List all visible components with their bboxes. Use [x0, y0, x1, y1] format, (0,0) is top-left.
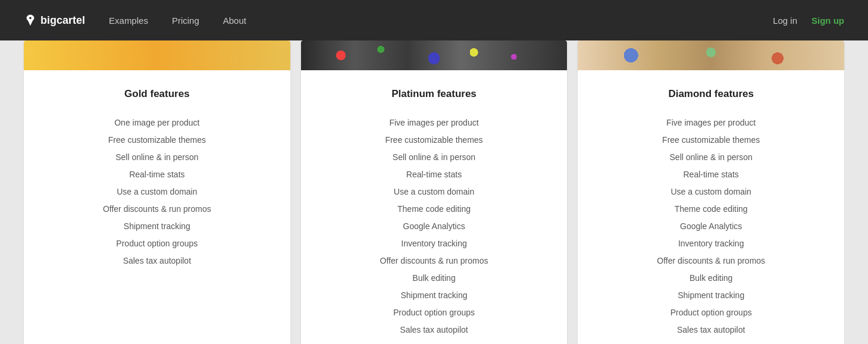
list-item: Offer discounts & run promos [36, 201, 278, 218]
diamond-image-strip [578, 40, 844, 70]
nav-right: Log in Sign up [773, 15, 844, 26]
list-item: Real-time stats [590, 166, 832, 183]
list-item: Offer discounts & run promos [590, 252, 832, 270]
logo-icon [24, 14, 37, 27]
list-item: Sales tax autopilot [313, 321, 556, 339]
diamond-plan-title: Diamond features [668, 88, 754, 100]
list-item: Inventory tracking [313, 235, 556, 252]
list-item: Bulk editing [590, 270, 832, 287]
logo-text: bigcartel [40, 14, 85, 27]
list-item: Shipment tracking [313, 287, 556, 304]
platinum-image-strip [301, 40, 568, 70]
plans-container: Gold features One image per product Free… [24, 40, 844, 344]
signup-link[interactable]: Sign up [811, 15, 844, 26]
gold-image-strip [24, 40, 290, 70]
nav-about[interactable]: About [223, 15, 246, 26]
list-item: Shipment tracking [590, 287, 832, 304]
list-item: Real-time stats [313, 166, 556, 183]
nav-links: Examples Pricing About [109, 15, 773, 26]
diamond-plan-card: Diamond features Five images per product… [578, 40, 844, 344]
list-item: Product option groups [36, 235, 278, 252]
list-item: Product option groups [313, 304, 556, 321]
diamond-feature-list: Five images per product Free customizabl… [590, 114, 832, 339]
gold-plan-card: Gold features One image per product Free… [24, 40, 290, 344]
platinum-plan-title: Platinum features [391, 88, 477, 100]
list-item: Free customizable themes [313, 132, 556, 149]
list-item: Bulk editing [313, 270, 556, 287]
list-item: One image per product [36, 114, 278, 132]
list-item: Use a custom domain [36, 183, 278, 201]
list-item: Sell online & in person [313, 149, 556, 166]
list-item: Sell online & in person [590, 149, 832, 166]
list-item: Free customizable themes [590, 132, 832, 149]
list-item: Google Analytics [313, 218, 556, 235]
logo[interactable]: bigcartel [24, 14, 85, 27]
login-link[interactable]: Log in [773, 15, 797, 26]
list-item: Five images per product [590, 114, 832, 132]
list-item: Sell online & in person [36, 149, 278, 166]
list-item: Theme code editing [313, 201, 556, 218]
list-item: Google Analytics [590, 218, 832, 235]
list-item: Five images per product [313, 114, 556, 132]
gold-feature-list: One image per product Free customizable … [36, 114, 278, 270]
list-item: Sales tax autopilot [36, 252, 278, 270]
list-item: Free customizable themes [36, 132, 278, 149]
list-item: Offer discounts & run promos [313, 252, 556, 270]
list-item: Sales tax autopilot [590, 321, 832, 339]
list-item: Theme code editing [590, 201, 832, 218]
nav-pricing[interactable]: Pricing [172, 15, 199, 26]
platinum-feature-list: Five images per product Free customizabl… [313, 114, 556, 339]
page-content: Gold features One image per product Free… [0, 40, 868, 344]
list-item: Real-time stats [36, 166, 278, 183]
platinum-plan-card: Platinum features Five images per produc… [301, 40, 568, 344]
gold-plan-title: Gold features [124, 88, 190, 100]
list-item: Use a custom domain [590, 183, 832, 201]
nav-examples[interactable]: Examples [109, 15, 148, 26]
list-item: Shipment tracking [36, 218, 278, 235]
navbar: bigcartel Examples Pricing About Log in … [0, 0, 868, 40]
list-item: Use a custom domain [313, 183, 556, 201]
list-item: Product option groups [590, 304, 832, 321]
list-item: Inventory tracking [590, 235, 832, 252]
